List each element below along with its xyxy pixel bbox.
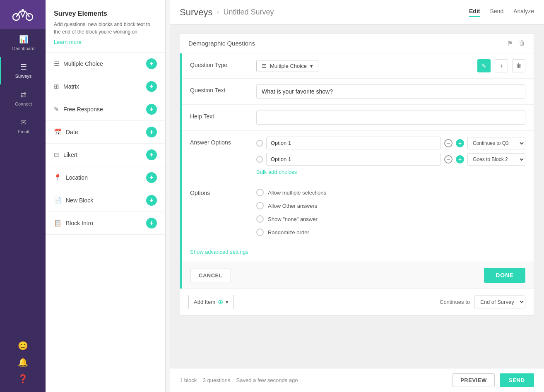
- radio-allow-multiple[interactable]: [256, 189, 264, 196]
- preview-button[interactable]: PREVIEW: [453, 373, 494, 387]
- nav-item-dashboard[interactable]: 📊 Dashboard: [0, 29, 46, 57]
- sidebar-item-location[interactable]: 📍 Location +: [46, 166, 165, 189]
- option-1-input[interactable]: [266, 137, 441, 149]
- svg-point-2: [22, 9, 24, 12]
- end-of-survey-select[interactable]: End of Survey: [474, 296, 525, 308]
- add-block-intro-button[interactable]: +: [146, 218, 157, 228]
- sidebar-item-new-block[interactable]: 📄 New Block +: [46, 189, 165, 212]
- add-question-button[interactable]: +: [495, 59, 508, 72]
- block-delete-icon[interactable]: 🗑: [519, 39, 525, 47]
- show-advanced-link[interactable]: Show advanced settings: [182, 242, 534, 262]
- multiple-choice-menu-icon: ☰: [262, 63, 267, 69]
- add-option-1-button[interactable]: +: [456, 139, 464, 147]
- sidebar-description: Add questions, new blocks and block text…: [54, 21, 157, 36]
- sidebar-item-label: Matrix: [63, 83, 79, 90]
- add-new-block-button[interactable]: +: [146, 195, 157, 206]
- add-option-2-button[interactable]: +: [456, 155, 464, 164]
- add-matrix-button[interactable]: +: [146, 81, 157, 92]
- answer-options-row: Answer Options − + Continues to Q3 Goes …: [182, 131, 534, 181]
- add-item-row: Add Item ⊕ ▾ Continues to End of Survey: [180, 289, 534, 315]
- continues-to-label: Continues to: [440, 299, 470, 305]
- done-button[interactable]: DONE: [484, 268, 525, 283]
- options-label: Options: [190, 187, 256, 196]
- question-type-select[interactable]: ☰ Multiple Choice ▾: [256, 60, 318, 72]
- app-logo: [0, 0, 46, 29]
- bulk-add-link[interactable]: Bulk add choices: [256, 169, 525, 175]
- radio-randomize[interactable]: [256, 228, 264, 236]
- radio-allow-other[interactable]: [256, 202, 264, 209]
- sidebar-header: Survey Elements Add questions, new block…: [46, 0, 165, 53]
- sidebar-item-block-intro[interactable]: 📋 Block Intro +: [46, 212, 165, 235]
- answer-option-1: − + Continues to Q3 Goes to Block 2 End …: [256, 137, 525, 149]
- dashboard-icon: 📊: [19, 35, 28, 44]
- add-location-button[interactable]: +: [146, 172, 157, 183]
- question-type-row: Question Type ☰ Multiple Choice ▾ ✎ + 🗑: [182, 53, 534, 79]
- question-text-input[interactable]: [256, 84, 525, 99]
- title-separator: ›: [217, 8, 219, 17]
- status-actions: PREVIEW SEND: [453, 373, 534, 387]
- answer-option-2: − + Continues to Q3 Goes to Block 2 End …: [256, 153, 525, 166]
- question-editor: Question Type ☰ Multiple Choice ▾ ✎ + 🗑: [180, 53, 534, 289]
- sidebar-item-date[interactable]: 📅 Date +: [46, 121, 165, 144]
- tab-send[interactable]: Send: [490, 8, 503, 17]
- matrix-icon: ⊞: [54, 83, 59, 90]
- help-text-label: Help Text: [190, 111, 256, 120]
- sidebar-title: Survey Elements: [54, 10, 157, 17]
- option-2-input[interactable]: [266, 153, 441, 166]
- option-1-logic-select[interactable]: Continues to Q3 Goes to Block 2 End of S…: [467, 137, 525, 149]
- answer-options-label: Answer Options: [190, 137, 256, 146]
- cancel-button[interactable]: CANCEL: [190, 269, 231, 282]
- block-name[interactable]: Demographic Questions: [188, 40, 255, 47]
- resize-handle[interactable]: ⋮: [166, 0, 170, 392]
- delete-question-button[interactable]: 🗑: [512, 59, 525, 72]
- left-navigation: 📊 Dashboard ☰ Surveys ⇄ Connect ✉ Email …: [0, 0, 46, 392]
- learn-more-link[interactable]: Learn more: [54, 39, 81, 45]
- remove-option-1-button[interactable]: −: [444, 139, 453, 147]
- new-block-icon: 📄: [54, 197, 62, 204]
- send-button[interactable]: SEND: [500, 373, 534, 387]
- sidebar-item-free-response[interactable]: ✎ Free Response +: [46, 98, 165, 121]
- option-randomize: Randomize order: [256, 228, 525, 236]
- block-count: 1 block: [180, 377, 197, 383]
- sidebar-item-multiple-choice[interactable]: ☰ Multiple Choice +: [46, 53, 165, 75]
- help-icon[interactable]: ❓: [18, 374, 28, 384]
- help-text-input[interactable]: [256, 111, 525, 125]
- radio-show-none[interactable]: [256, 215, 264, 223]
- help-text-row: Help Text: [182, 105, 534, 131]
- add-free-response-button[interactable]: +: [146, 104, 157, 115]
- options-list: Allow multiple selections Allow Other an…: [256, 187, 525, 236]
- edit-question-button[interactable]: ✎: [477, 59, 491, 72]
- option-allow-other: Allow Other answers: [256, 202, 525, 209]
- survey-name[interactable]: Untitled Survey: [223, 8, 274, 17]
- add-date-button[interactable]: +: [146, 127, 157, 137]
- location-icon: 📍: [54, 174, 62, 181]
- block-flag-icon[interactable]: ⚑: [507, 39, 513, 47]
- date-icon: 📅: [54, 128, 62, 136]
- nav-item-email[interactable]: ✉ Email: [0, 112, 46, 140]
- add-multiple-choice-button[interactable]: +: [146, 58, 157, 69]
- continues-to-section: Continues to End of Survey: [440, 296, 525, 308]
- sidebar-item-label: New Block: [66, 197, 93, 204]
- sidebar-item-matrix[interactable]: ⊞ Matrix +: [46, 75, 165, 98]
- nav-item-surveys[interactable]: ☰ Surveys: [0, 57, 46, 84]
- block-intro-icon: 📋: [54, 219, 62, 227]
- notifications-icon[interactable]: 🔔: [18, 357, 28, 367]
- tab-analyze[interactable]: Analyze: [513, 8, 534, 17]
- randomize-label: Randomize order: [268, 229, 309, 236]
- add-item-button[interactable]: Add Item ⊕ ▾: [188, 295, 234, 309]
- block-card: Demographic Questions ⚑ 🗑 Question Type …: [180, 33, 534, 315]
- nav-item-connect[interactable]: ⇄ Connect: [0, 84, 46, 112]
- profile-icon[interactable]: 😊: [18, 341, 28, 351]
- email-icon: ✉: [20, 118, 26, 127]
- option-2-logic-select[interactable]: Continues to Q3 Goes to Block 2 End of S…: [467, 153, 525, 166]
- tab-edit[interactable]: Edit: [469, 8, 480, 17]
- action-row: CANCEL DONE: [182, 262, 534, 289]
- add-likert-button[interactable]: +: [146, 149, 157, 160]
- sidebar-item-likert[interactable]: ⊟ Likert +: [46, 144, 165, 166]
- nav-label-connect: Connect: [15, 101, 32, 106]
- add-item-plus-icon: ⊕: [218, 298, 223, 306]
- remove-option-2-button[interactable]: −: [444, 155, 453, 164]
- question-count: 3 questions: [203, 377, 231, 383]
- question-text-row: Question Text: [182, 79, 534, 105]
- app-title: Surveys: [180, 7, 212, 18]
